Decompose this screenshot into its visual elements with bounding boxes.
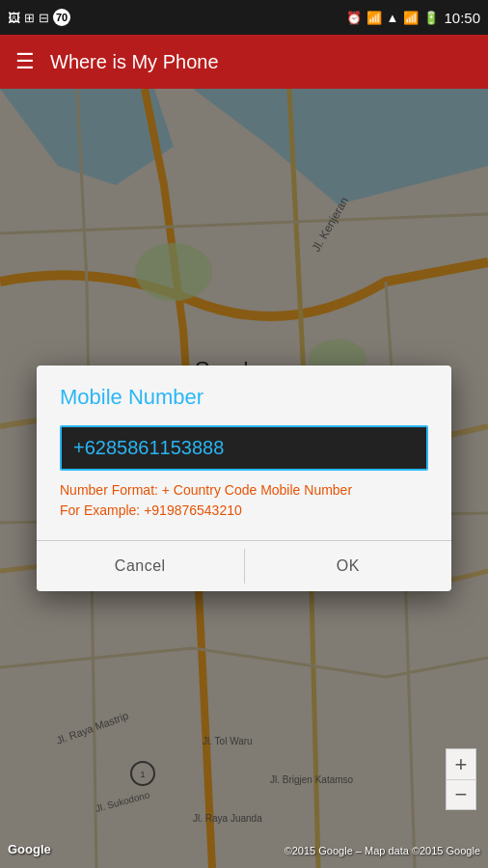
dialog-hint: Number Format: + Country Code Mobile Num… — [60, 480, 428, 521]
data-icon: ▲ — [387, 11, 399, 25]
screenshot-icon: 🖼 — [8, 11, 20, 25]
status-bar-left: 🖼 ⊞ ⊟ 70 — [8, 9, 70, 26]
hint-line-2: For Example: +919876543210 — [60, 502, 242, 518]
hint-line-1: Number Format: + Country Code Mobile Num… — [60, 482, 352, 498]
bb-icon: ⊞ — [24, 11, 35, 25]
dialog-input-container[interactable] — [60, 425, 428, 471]
cancel-button[interactable]: Cancel — [37, 541, 244, 591]
notification-badge: 70 — [53, 9, 70, 26]
wifi-icon: 📶 — [366, 11, 382, 25]
mobile-number-dialog: Mobile Number Number Format: + Country C… — [37, 366, 451, 591]
status-bar-right: ⏰ 📶 ▲ 📶 🔋 10:50 — [346, 10, 480, 26]
ok-button[interactable]: OK — [245, 541, 452, 591]
app-title: Where is My Phone — [50, 51, 219, 73]
battery-icon: 🔋 — [423, 11, 439, 25]
alarm-icon: ⏰ — [346, 11, 362, 25]
dialog-actions: Cancel OK — [37, 541, 451, 591]
menu-icon[interactable]: ☰ — [15, 49, 35, 74]
app-toolbar: ☰ Where is My Phone — [0, 35, 488, 89]
signal-icon: 📶 — [403, 11, 419, 25]
dialog-content: Mobile Number Number Format: + Country C… — [37, 366, 451, 540]
phone-number-input[interactable] — [73, 437, 415, 459]
clock: 10:50 — [444, 10, 480, 26]
status-bar: 🖼 ⊞ ⊟ 70 ⏰ 📶 ▲ 📶 🔋 10:50 — [0, 0, 488, 35]
dialog-overlay: Mobile Number Number Format: + Country C… — [0, 89, 488, 868]
dialog-title: Mobile Number — [60, 385, 428, 410]
bb2-icon: ⊟ — [39, 11, 49, 25]
